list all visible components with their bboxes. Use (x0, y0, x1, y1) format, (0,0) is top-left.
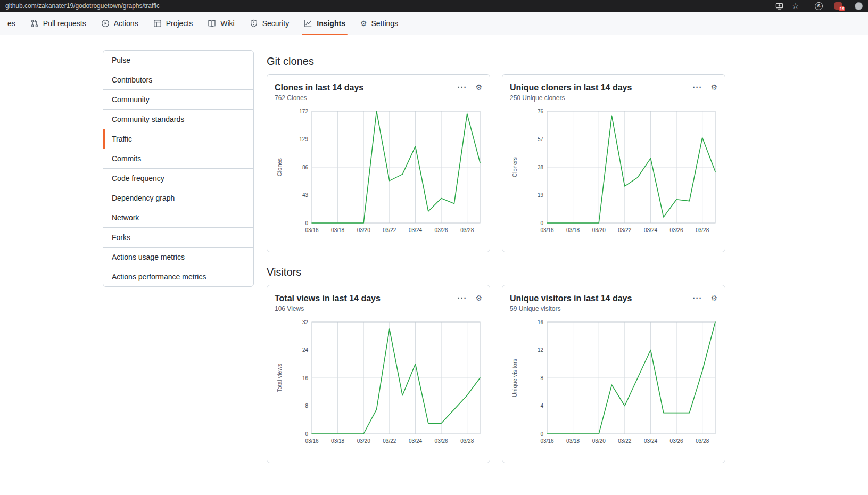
sidebar-item-community[interactable]: Community (103, 89, 253, 109)
svg-text:03/16: 03/16 (540, 227, 553, 233)
svg-text:03/28: 03/28 (696, 227, 709, 233)
card-titles: Unique cloners in last 14 days 250 Uniqu… (510, 82, 692, 102)
graph-icon (304, 19, 312, 28)
gear-icon[interactable]: ⚙ (475, 84, 482, 91)
tab-pull-requests[interactable]: Pull requests (25, 12, 92, 35)
gear-icon[interactable]: ⚙ (710, 84, 717, 91)
shield-icon (250, 19, 258, 28)
svg-text:32: 32 (302, 319, 309, 325)
main-content: Git clones Clones in last 14 days 762 Cl… (267, 50, 725, 477)
card-title: Unique cloners in last 14 days (510, 82, 692, 93)
svg-text:12: 12 (538, 347, 544, 353)
svg-text:16: 16 (538, 319, 544, 325)
sidebar-item-pulse[interactable]: Pulse (103, 51, 253, 70)
svg-text:03/22: 03/22 (618, 438, 631, 444)
svg-text:0: 0 (305, 220, 308, 226)
section-visitors: Visitors Total views in last 14 days 106… (267, 266, 725, 463)
favorites-star-icon[interactable]: ☆ (792, 2, 799, 10)
traffic-card: Total views in last 14 days 106 Views ··… (267, 285, 490, 463)
card-header: Clones in last 14 days 762 Clones ··· ⚙ (275, 82, 482, 102)
sidebar-item-forks[interactable]: Forks (103, 227, 253, 247)
table-icon (153, 19, 162, 28)
sidebar-item-actions-usage-metrics[interactable]: Actions usage metrics (103, 247, 253, 267)
tab-insights[interactable]: Insights (299, 12, 351, 35)
card-subtitle: 762 Clones (275, 94, 457, 102)
sidebar-item-actions-performance-metrics[interactable]: Actions performance metrics (103, 267, 253, 286)
card-actions: ··· ⚙ (692, 293, 717, 302)
tab-projects[interactable]: Projects (148, 12, 199, 35)
svg-text:03/16: 03/16 (305, 227, 318, 233)
sidebar-item-dependency-graph[interactable]: Dependency graph (103, 188, 253, 208)
svg-text:57: 57 (538, 136, 544, 142)
tab-label: Security (262, 19, 290, 28)
card-title: Clones in last 14 days (275, 82, 457, 93)
tab-settings[interactable]: ⚙ Settings (355, 12, 403, 35)
section-heading: Git clones (267, 55, 725, 68)
page-layout: PulseContributorsCommunityCommunity stan… (0, 35, 868, 477)
profile-avatar (855, 2, 863, 10)
card-row: Clones in last 14 days 762 Clones ··· ⚙ … (267, 74, 725, 252)
svg-text:03/22: 03/22 (383, 438, 396, 444)
svg-text:03/24: 03/24 (409, 227, 422, 233)
tab-label: Projects (166, 19, 193, 28)
card-actions: ··· ⚙ (457, 293, 482, 302)
tab-label: Insights (317, 19, 345, 28)
extension-icon[interactable]: 16 (834, 2, 842, 10)
kebab-menu-icon[interactable]: ··· (457, 294, 467, 302)
svg-text:0: 0 (540, 431, 543, 437)
svg-text:03/24: 03/24 (409, 438, 422, 444)
svg-text:03/28: 03/28 (460, 227, 474, 233)
svg-text:0: 0 (540, 220, 543, 226)
svg-text:76: 76 (538, 109, 544, 114)
sidebar-item-contributors[interactable]: Contributors (103, 70, 253, 89)
tab-security[interactable]: Security (244, 12, 295, 35)
card-title: Unique visitors in last 14 days (510, 293, 692, 304)
sidebar-item-code-frequency[interactable]: Code frequency (103, 168, 253, 188)
gear-icon[interactable]: ⚙ (710, 294, 717, 302)
tab-label: Wiki (220, 19, 234, 28)
line-chart-svg: 048121603/1603/1803/2003/2203/2403/2603/… (510, 317, 718, 456)
sidebar-item-commits[interactable]: Commits (103, 148, 253, 168)
card-subtitle: 106 Views (275, 305, 457, 312)
svg-text:38: 38 (538, 164, 544, 170)
tab-actions[interactable]: Actions (96, 12, 144, 35)
sidebar-item-traffic[interactable]: Traffic (103, 129, 253, 148)
address-url[interactable]: github.com/zakanater19/godotroguetown/gr… (5, 2, 160, 10)
svg-text:Clones: Clones (276, 158, 283, 176)
svg-text:03/20: 03/20 (592, 227, 606, 233)
card-subtitle: 59 Unique visitors (510, 305, 692, 312)
gear-icon[interactable]: ⚙ (475, 294, 482, 302)
svg-text:86: 86 (302, 164, 309, 170)
svg-text:03/24: 03/24 (644, 227, 657, 233)
line-chart-svg: 01938577603/1603/1803/2003/2203/2403/260… (510, 106, 718, 245)
notification-badge: 16 (839, 6, 845, 11)
svg-text:03/26: 03/26 (435, 227, 448, 233)
kebab-menu-icon[interactable]: ··· (692, 83, 702, 91)
svg-text:03/20: 03/20 (357, 227, 370, 233)
tab-issues-cropped[interactable]: es (2, 12, 21, 35)
line-chart-svg: 0438612917203/1603/1803/2003/2203/2403/2… (275, 106, 483, 245)
svg-text:8: 8 (305, 403, 308, 409)
kebab-menu-icon[interactable]: ··· (457, 83, 467, 91)
svg-text:43: 43 (302, 192, 309, 198)
svg-text:03/26: 03/26 (435, 438, 448, 444)
sidebar-item-community-standards[interactable]: Community standards (103, 109, 253, 129)
svg-text:03/18: 03/18 (331, 438, 344, 444)
svg-text:0: 0 (305, 431, 308, 437)
sidebar-item-network[interactable]: Network (103, 208, 253, 227)
svg-text:03/28: 03/28 (696, 438, 709, 444)
line-chart: 01938577603/1603/1803/2003/2203/2403/260… (510, 106, 717, 245)
svg-text:03/26: 03/26 (670, 438, 683, 444)
tab-label: Pull requests (43, 19, 86, 28)
profile-icon[interactable] (855, 2, 863, 10)
tab-wiki[interactable]: Wiki (202, 12, 239, 35)
svg-text:03/22: 03/22 (383, 227, 396, 233)
svg-text:129: 129 (299, 136, 308, 142)
kebab-menu-icon[interactable]: ··· (692, 294, 702, 302)
send-to-device-icon[interactable] (775, 2, 783, 10)
insights-sidebar: PulseContributorsCommunityCommunity stan… (103, 50, 254, 287)
skype-extension-icon[interactable]: S (815, 2, 823, 10)
card-actions: ··· ⚙ (457, 82, 482, 91)
svg-text:Total views: Total views (276, 364, 283, 392)
svg-text:19: 19 (538, 192, 544, 198)
